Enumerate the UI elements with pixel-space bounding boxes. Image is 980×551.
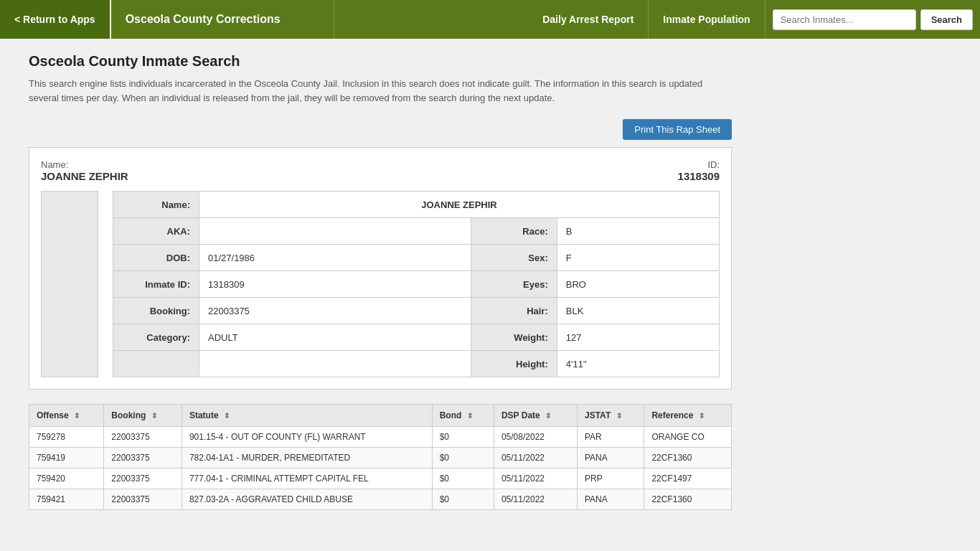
dsp_date-cell: 05/11/2022 [494, 468, 577, 489]
statute-cell: 782.04-1A1 - MURDER, PREMEDITATED [182, 448, 432, 468]
dob-field-label: DOB: [113, 245, 199, 271]
eyes-field-label: Eyes: [471, 271, 557, 298]
search-button[interactable]: Search [920, 9, 973, 30]
category-field-value: ADULT [199, 324, 471, 351]
statute-col-header[interactable]: Statute ⇕ [182, 405, 432, 427]
sex-field-value: F [557, 245, 719, 271]
reference-cell: 22CF1497 [644, 468, 732, 489]
name-label: Name: [41, 159, 128, 170]
inmate-card: Name: JOANNE ZEPHIR ID: 1318309 Name: JO… [29, 147, 732, 390]
return-to-apps-button[interactable]: < Return to Apps [0, 0, 111, 39]
weight-field-value: 127 [557, 324, 719, 351]
offense-sort-icon[interactable]: ⇕ [74, 412, 80, 420]
inmate-header: Name: JOANNE ZEPHIR ID: 1318309 [41, 159, 720, 182]
offense-cell: 759421 [29, 489, 104, 510]
search-area: Search [765, 0, 980, 39]
empty-label [113, 351, 199, 377]
race-field-value: B [557, 218, 719, 245]
inmate-name-block: Name: JOANNE ZEPHIR [41, 159, 128, 182]
bond-cell: $0 [432, 468, 494, 489]
nav-spacer [334, 0, 528, 39]
height-field-value: 4'11" [557, 351, 719, 377]
statute-cell: 777.04-1 - CRIMINAL ATTEMPT CAPITAL FEL [182, 468, 432, 489]
height-field-label: Height: [471, 351, 557, 377]
name-field-label: Name: [113, 192, 199, 218]
hair-field-value: BLK [557, 298, 719, 324]
weight-field-label: Weight: [471, 324, 557, 351]
inmate-id-field-value: 1318309 [199, 271, 471, 298]
dsp-date-col-header[interactable]: DSP Date ⇕ [494, 405, 577, 427]
offense-cell: 759420 [29, 468, 104, 489]
name-field-value: JOANNE ZEPHIR [199, 192, 720, 218]
inmate-photo [41, 191, 98, 377]
inmate-id-value: 1318309 [678, 170, 720, 182]
statute-sort-icon[interactable]: ⇕ [224, 412, 230, 420]
table-row: AKA: Race: B [113, 218, 720, 245]
reference-cell: 22CF1360 [644, 489, 732, 510]
daily-arrest-report-link[interactable]: Daily Arrest Report [528, 0, 649, 39]
id-label: ID: [678, 159, 720, 170]
page-description: This search engine lists individuals inc… [29, 77, 717, 105]
details-table: Name: JOANNE ZEPHIR AKA: Race: B DOB: 01… [113, 191, 720, 377]
table-row: Booking: 22003375 Hair: BLK [113, 298, 720, 324]
booking-sort-icon[interactable]: ⇕ [151, 412, 157, 420]
offense-cell: 759419 [29, 448, 104, 468]
reference-sort-icon[interactable]: ⇕ [699, 412, 705, 420]
inmate-id-field-label: Inmate ID: [113, 271, 199, 298]
search-input[interactable] [773, 9, 916, 30]
print-btn-container: Print This Rap Sheet [29, 119, 732, 140]
statute-cell: 901.15-4 - OUT OF COUNTY (FL) WARRANT [182, 427, 432, 448]
table-row: Category: ADULT Weight: 127 [113, 324, 720, 351]
table-row: Name: JOANNE ZEPHIR [113, 192, 720, 218]
offenses-table: Offense ⇕ Booking ⇕ Statute ⇕ Bond ⇕ DSP… [29, 404, 732, 510]
inmate-body: Name: JOANNE ZEPHIR AKA: Race: B DOB: 01… [41, 191, 720, 377]
eyes-field-value: BRO [557, 271, 719, 298]
booking-field-label: Booking: [113, 298, 199, 324]
inmate-id-block: ID: 1318309 [678, 159, 720, 182]
jstat-cell: PAR [577, 427, 644, 448]
table-row: 75942122003375827.03-2A - AGGRAVATED CHI… [29, 489, 732, 510]
return-to-apps-label: < Return to Apps [14, 14, 95, 25]
offenses-table-header: Offense ⇕ Booking ⇕ Statute ⇕ Bond ⇕ DSP… [29, 405, 732, 427]
table-row: 75941922003375782.04-1A1 - MURDER, PREME… [29, 448, 732, 468]
reference-col-header[interactable]: Reference ⇕ [644, 405, 732, 427]
booking-cell: 22003375 [104, 489, 182, 510]
bond-cell: $0 [432, 448, 494, 468]
booking-cell: 22003375 [104, 427, 182, 448]
empty-value [199, 351, 471, 377]
aka-field-value [199, 218, 471, 245]
booking-cell: 22003375 [104, 448, 182, 468]
bond-col-header[interactable]: Bond ⇕ [432, 405, 494, 427]
inmate-population-link[interactable]: Inmate Population [649, 0, 765, 39]
table-row: Inmate ID: 1318309 Eyes: BRO [113, 271, 720, 298]
dsp-date-sort-icon[interactable]: ⇕ [545, 412, 551, 420]
race-field-label: Race: [471, 218, 557, 245]
category-field-label: Category: [113, 324, 199, 351]
offense-col-header[interactable]: Offense ⇕ [29, 405, 104, 427]
dsp_date-cell: 05/11/2022 [494, 448, 577, 468]
bond-sort-icon[interactable]: ⇕ [467, 412, 473, 420]
offenses-section: Offense ⇕ Booking ⇕ Statute ⇕ Bond ⇕ DSP… [29, 404, 732, 510]
booking-cell: 22003375 [104, 468, 182, 489]
reference-cell: ORANGE CO [644, 427, 732, 448]
offense-cell: 759278 [29, 427, 104, 448]
jstat-cell: PANA [577, 448, 644, 468]
jstat-sort-icon[interactable]: ⇕ [616, 412, 622, 420]
hair-field-label: Hair: [471, 298, 557, 324]
table-row: DOB: 01/27/1986 Sex: F [113, 245, 720, 271]
table-row: Height: 4'11" [113, 351, 720, 377]
booking-field-value: 22003375 [199, 298, 471, 324]
reference-cell: 22CF1360 [644, 448, 732, 468]
dsp_date-cell: 05/08/2022 [494, 427, 577, 448]
aka-field-label: AKA: [113, 218, 199, 245]
inmate-name-value: JOANNE ZEPHIR [41, 170, 128, 182]
jstat-col-header[interactable]: JSTAT ⇕ [577, 405, 644, 427]
booking-col-header[interactable]: Booking ⇕ [104, 405, 182, 427]
page-title: Osceola County Inmate Search [29, 53, 951, 70]
sex-field-label: Sex: [471, 245, 557, 271]
table-row: 75942022003375777.04-1 - CRIMINAL ATTEMP… [29, 468, 732, 489]
dsp_date-cell: 05/11/2022 [494, 489, 577, 510]
bond-cell: $0 [432, 489, 494, 510]
jstat-cell: PRP [577, 468, 644, 489]
print-rap-sheet-button[interactable]: Print This Rap Sheet [623, 119, 732, 140]
